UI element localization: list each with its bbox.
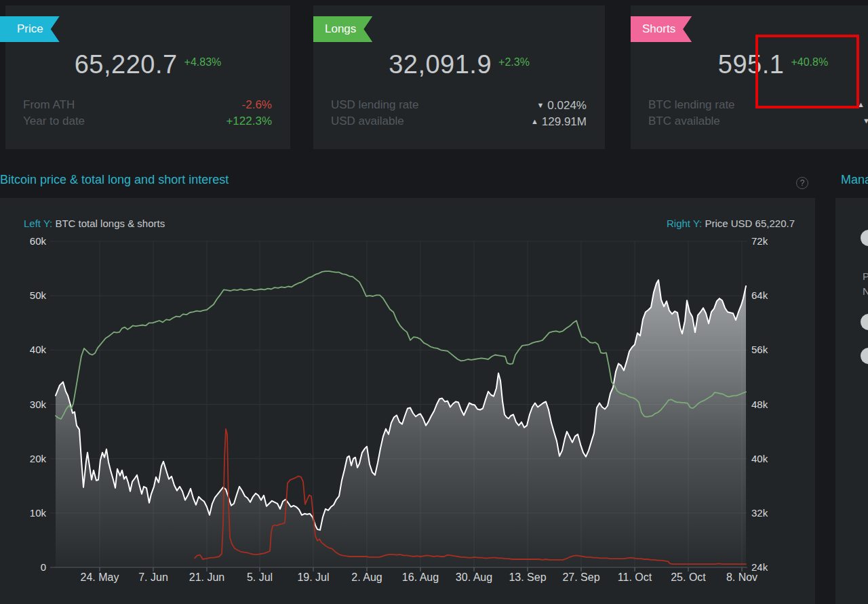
price-value: 65,220.7	[75, 49, 178, 80]
toggle-knob[interactable]	[861, 348, 868, 364]
x-axis-label: 30. Aug	[456, 571, 492, 584]
x-axis-label: 27. Sep	[562, 571, 599, 584]
x-axis-label: 19. Jul	[297, 571, 329, 584]
x-axis-label: 25. Oct	[671, 571, 706, 584]
x-axis-label: 16. Aug	[402, 571, 439, 584]
btc-available-label: BTC available	[648, 115, 720, 128]
y-axis-label-left: 40k	[16, 344, 46, 355]
x-axis-label: 24. May	[81, 571, 119, 584]
price-card: Price 65,220.7 +4.83% From ATH -2.6% Yea…	[5, 5, 290, 149]
y-axis-label-right: 72k	[751, 235, 768, 247]
usd-lending-rate-row: USD lending rate ▼0.024%	[331, 98, 587, 113]
toggle-knob[interactable]	[861, 230, 868, 246]
x-axis-label: 11. Oct	[618, 571, 652, 584]
btc-lending-rate-label: BTC lending rate	[648, 98, 735, 112]
usd-available-label: USD available	[331, 115, 404, 129]
chart-panel: Left Y: BTC total longs & shorts Right Y…	[0, 198, 815, 604]
usd-available-row: USD available ▲129.91M	[331, 115, 587, 129]
from-ath-label: From ATH	[23, 98, 75, 112]
annotation-red-box	[755, 35, 859, 108]
triangle-up-icon: ▲	[531, 117, 538, 125]
x-axis-label: 2. Aug	[351, 571, 382, 584]
x-axis-label: 8. Nov	[726, 571, 757, 584]
price-ribbon: Price	[0, 16, 60, 42]
triangle-down-icon: ▼	[863, 117, 868, 125]
y-axis-label-left: 60k	[16, 235, 46, 247]
usd-available-value: ▲129.91M	[531, 115, 587, 129]
y-axis-label-left: 50k	[16, 289, 46, 301]
y-axis-label-right: 64k	[751, 289, 768, 301]
btc-available-row: BTC available	[648, 115, 868, 128]
x-axis-label: 21. Jun	[189, 571, 224, 584]
longs-value: 32,091.9	[389, 49, 492, 80]
y-axis-label-left: 10k	[16, 507, 46, 519]
year-to-date-row: Year to date +122.3%	[23, 115, 272, 128]
y-axis-label-left: 0	[16, 561, 46, 573]
side-panel-label-fragment: N	[863, 285, 868, 297]
chart-plot-area[interactable]	[56, 241, 746, 567]
y-axis-label-left: 20k	[16, 453, 46, 464]
from-ath-value: -2.6%	[242, 98, 272, 112]
longs-card: Longs 32,091.9 +2.3% USD lending rate ▼0…	[313, 5, 605, 149]
y-axis-label-left: 30k	[16, 399, 46, 410]
usd-lending-rate-label: USD lending rate	[331, 98, 418, 113]
side-panel: P N	[835, 198, 868, 604]
y-axis-label-right: 56k	[751, 344, 768, 355]
toggle-knob[interactable]	[861, 314, 868, 330]
help-icon[interactable]: ?	[796, 177, 808, 189]
year-to-date-value: +122.3%	[226, 115, 272, 128]
longs-ribbon: Longs	[313, 16, 372, 42]
y-axis-label-right: 40k	[751, 453, 768, 464]
triangle-down-icon: ▼	[536, 101, 544, 109]
x-axis-label: 7. Jun	[138, 571, 168, 584]
y-axis-label-right: 48k	[751, 399, 768, 410]
price-change: +4.83%	[184, 56, 222, 68]
year-to-date-label: Year to date	[23, 115, 85, 128]
y-axis-label-right: 32k	[751, 507, 768, 519]
price-longs-shorts-chart	[0, 198, 815, 604]
shorts-ribbon: Shorts	[631, 16, 692, 42]
longs-change: +2.3%	[498, 56, 530, 68]
x-axis-label: 13. Sep	[509, 571, 546, 584]
from-ath-row: From ATH -2.6%	[23, 98, 272, 112]
manage-link[interactable]: Mana	[841, 173, 868, 187]
btc-available-value: ▼	[863, 115, 868, 128]
x-axis-label: 5. Jul	[247, 571, 273, 584]
side-panel-label-fragment: P	[863, 270, 868, 282]
usd-lending-rate-value: ▼0.024%	[536, 98, 587, 113]
chart-title: Bitcoin price & total long and short int…	[0, 173, 229, 187]
